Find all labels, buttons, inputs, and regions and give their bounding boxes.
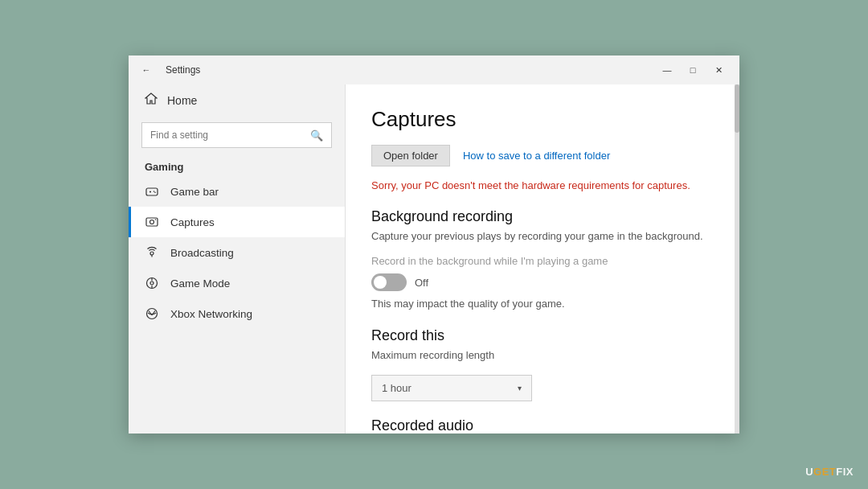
svg-point-6 xyxy=(150,220,154,224)
home-label: Home xyxy=(167,94,197,107)
minimize-button[interactable]: — xyxy=(656,62,678,78)
background-recording-title: Background recording xyxy=(371,208,709,225)
svg-point-3 xyxy=(154,191,155,192)
broadcasting-label: Broadcasting xyxy=(170,247,234,259)
watermark: UGETFIX xyxy=(805,466,854,478)
home-icon xyxy=(145,92,158,108)
sidebar-item-home[interactable]: Home xyxy=(129,84,345,116)
game-bar-icon xyxy=(145,184,159,199)
background-recording-toggle[interactable] xyxy=(371,273,407,291)
game-mode-label: Game Mode xyxy=(170,277,230,290)
window-title: Settings xyxy=(166,64,200,76)
settings-window: ← Settings — □ ✕ Home 🔍 Ga xyxy=(129,55,739,434)
search-box[interactable]: 🔍 xyxy=(141,122,332,148)
captures-label: Captures xyxy=(170,216,215,228)
window-body: Home 🔍 Gaming Game bar xyxy=(129,84,739,434)
close-button[interactable]: ✕ xyxy=(707,62,730,78)
action-bar: Open folder How to save to a different f… xyxy=(371,145,709,166)
scrollbar-thumb[interactable] xyxy=(735,84,739,133)
max-length-dropdown[interactable]: 1 hour ▾ xyxy=(371,375,532,401)
svg-point-11 xyxy=(150,281,154,285)
back-button[interactable]: ← xyxy=(135,62,158,78)
scrollbar[interactable] xyxy=(735,84,739,434)
chevron-down-icon: ▾ xyxy=(518,384,522,392)
svg-point-4 xyxy=(154,191,156,193)
title-bar-left: ← Settings xyxy=(135,62,200,78)
search-input[interactable] xyxy=(150,129,310,141)
xbox-networking-label: Xbox Networking xyxy=(170,308,252,320)
svg-rect-0 xyxy=(146,188,158,195)
recorded-audio-title: Recorded audio xyxy=(371,417,709,434)
svg-point-7 xyxy=(155,219,157,220)
dropdown-value: 1 hour xyxy=(382,382,411,394)
broadcasting-icon xyxy=(145,245,159,260)
watermark-fix: FIX xyxy=(836,466,854,478)
game-bar-label: Game bar xyxy=(170,186,219,198)
error-text: Sorry, your PC doesn't meet the hardware… xyxy=(371,178,709,194)
sidebar-item-game-mode[interactable]: Game Mode xyxy=(129,268,345,298)
max-length-label: Maximum recording length xyxy=(371,347,709,364)
xbox-icon xyxy=(145,306,159,321)
sidebar-item-captures[interactable]: Captures xyxy=(129,207,345,237)
watermark-u: U xyxy=(805,466,813,478)
background-recording-toggle-row: Off xyxy=(371,273,709,291)
record-this-title: Record this xyxy=(371,327,709,344)
sidebar-item-game-bar[interactable]: Game bar xyxy=(129,176,345,207)
watermark-get: GET xyxy=(813,466,836,478)
how-to-save-link[interactable]: How to save to a different folder xyxy=(463,150,610,162)
game-mode-icon xyxy=(145,276,159,290)
title-bar: ← Settings — □ ✕ xyxy=(129,55,739,84)
search-icon: 🔍 xyxy=(310,129,323,142)
toggle-knob xyxy=(374,276,387,289)
sidebar-item-xbox-networking[interactable]: Xbox Networking xyxy=(129,298,345,329)
captures-icon xyxy=(145,215,159,229)
sidebar: Home 🔍 Gaming Game bar xyxy=(129,84,346,434)
title-bar-controls: — □ ✕ xyxy=(656,62,730,78)
impact-note: This may impact the quality of your game… xyxy=(371,298,709,310)
background-recording-desc: Capture your previous plays by recording… xyxy=(371,228,709,244)
toggle-description: Record in the background while I'm playi… xyxy=(371,255,709,267)
svg-point-8 xyxy=(150,252,154,255)
section-label: Gaming xyxy=(129,154,345,176)
toggle-state-label: Off xyxy=(415,277,428,289)
sidebar-item-broadcasting[interactable]: Broadcasting xyxy=(129,237,345,268)
main-content: Captures Open folder How to save to a di… xyxy=(346,84,735,434)
maximize-button[interactable]: □ xyxy=(682,62,704,78)
open-folder-button[interactable]: Open folder xyxy=(371,145,450,166)
page-title: Captures xyxy=(371,107,709,132)
